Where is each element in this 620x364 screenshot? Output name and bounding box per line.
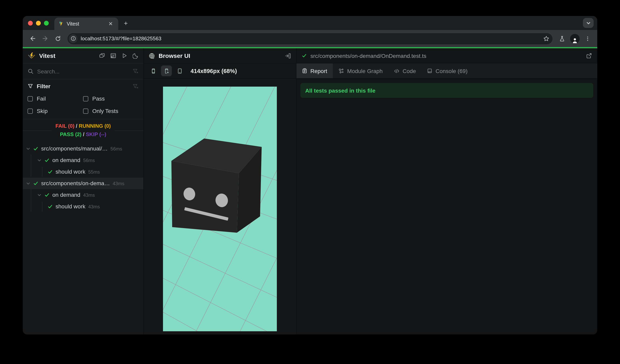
sidebar: Vitest <box>23 48 144 335</box>
fail-count: FAIL (0) <box>56 123 75 129</box>
report-panel: src/components/on-demand/OnDemand.test.t… <box>296 48 597 335</box>
traffic-lights <box>23 16 54 30</box>
new-tab-button[interactable]: + <box>121 18 131 29</box>
tree-row-test[interactable]: should work 55ms <box>23 166 143 177</box>
tab-console[interactable]: Console (69) <box>421 63 473 78</box>
filter-title: Filter <box>37 83 50 89</box>
running-count: RUNNING (0) <box>79 123 111 129</box>
summary-line-1: FAIL (0) / RUNNING (0) <box>56 122 111 131</box>
filter-clear-icon[interactable] <box>133 83 139 89</box>
vitest-ui: Vitest <box>23 48 597 335</box>
avatar[interactable] <box>570 34 580 43</box>
test-name: should work <box>56 168 85 175</box>
check-icon <box>47 169 53 174</box>
test-duration: 43ms <box>88 203 100 210</box>
test-suite-name: on demand <box>52 191 80 198</box>
dock-right-icon[interactable] <box>285 53 291 59</box>
test-file-name: src/components/on-dema… <box>41 180 110 186</box>
checkbox <box>28 96 33 101</box>
minimize-window-button[interactable] <box>36 21 41 25</box>
url-text[interactable]: localhost:5173/#/?file=1828625563 <box>81 36 541 42</box>
check-icon <box>33 146 38 151</box>
close-window-button[interactable] <box>28 21 33 25</box>
checkbox <box>83 96 88 101</box>
chevron-down-icon[interactable] <box>26 181 30 185</box>
tab-report[interactable]: Report <box>296 63 333 78</box>
file-path: src/components/on-demand/OnDemand.test.t… <box>310 53 582 59</box>
tree-row-file-selected[interactable]: src/components/on-dema… 43ms <box>23 177 143 189</box>
chevron-down-icon[interactable] <box>26 146 30 151</box>
test-summary: FAIL (0) / RUNNING (0) PASS (2) / SKIP (… <box>23 119 143 142</box>
test-duration: 43ms <box>83 191 95 198</box>
tab-module-graph[interactable]: Module Graph <box>333 63 388 78</box>
all-tests-passed-banner: All tests passed in this file <box>300 83 593 98</box>
tree-row-file[interactable]: src/components/manual/… 56ms <box>23 143 143 154</box>
external-link-icon[interactable] <box>586 53 592 59</box>
close-tab-icon[interactable]: ✕ <box>107 20 114 27</box>
search-row <box>23 63 143 79</box>
test-file-name: src/components/manual/… <box>41 145 108 152</box>
address-bar[interactable]: localhost:5173/#/?file=1828625563 <box>67 33 553 44</box>
test-suite-name: on demand <box>52 157 80 163</box>
device-viewport[interactable] <box>163 87 277 331</box>
check-icon <box>44 158 49 163</box>
menu-dots-icon[interactable] <box>582 33 593 44</box>
back-icon[interactable] <box>27 33 38 44</box>
search-icon <box>28 68 33 74</box>
filter-icon <box>28 83 33 89</box>
tree-row-test[interactable]: should work 43ms <box>23 201 143 212</box>
tab-title: Vitest <box>67 21 104 27</box>
console-icon <box>427 68 432 73</box>
favicon-vitest <box>58 21 63 26</box>
phone-icon[interactable] <box>148 65 159 76</box>
zoom-window-button[interactable] <box>44 21 49 25</box>
search-input[interactable] <box>37 68 129 74</box>
tree-row-suite[interactable]: on demand 43ms <box>23 189 143 201</box>
check-icon <box>302 53 307 58</box>
tab-strip: Vitest ✕ + <box>23 16 597 30</box>
forward-icon[interactable] <box>40 33 51 44</box>
tree-row-suite[interactable]: on demand 56ms <box>23 154 143 166</box>
browser-window: Vitest ✕ + localhost:5173/# <box>23 16 597 335</box>
test-tree: src/components/manual/… 56ms on demand 5… <box>23 142 143 335</box>
report-icon <box>302 68 307 73</box>
module-graph-icon <box>338 68 344 74</box>
tab-search-chevron-button[interactable] <box>583 18 594 28</box>
file-header: src/components/on-demand/OnDemand.test.t… <box>296 48 597 63</box>
checkbox-pass[interactable]: Pass <box>83 95 139 102</box>
dashboard-icon[interactable] <box>110 53 116 59</box>
chevron-down-icon[interactable] <box>37 158 42 162</box>
flask-icon[interactable] <box>557 33 568 44</box>
filter-clear-icon[interactable] <box>133 68 139 74</box>
robot-cube-scene <box>163 87 277 331</box>
run-icon[interactable] <box>122 53 127 59</box>
chevron-down-icon[interactable] <box>37 193 42 197</box>
tab-code[interactable]: Code <box>388 63 422 78</box>
report-body: All tests passed in this file <box>296 79 597 335</box>
test-duration: 56ms <box>83 157 95 163</box>
tablet-icon[interactable] <box>174 65 185 76</box>
phone-add-icon[interactable] <box>161 65 172 76</box>
viewport-toolbar: 414x896px (68%) <box>144 63 296 79</box>
checkbox-fail[interactable]: Fail <box>28 95 83 102</box>
checkbox-only-tests[interactable]: Only Tests <box>83 108 139 114</box>
browser-ui-panel: Browser UI 414x896px (68%) <box>144 48 296 335</box>
check-icon <box>47 204 53 209</box>
collapse-panels-icon[interactable] <box>99 53 105 59</box>
report-tabs: Report Module Graph Code <box>296 63 597 79</box>
test-name: should work <box>56 203 85 210</box>
checkbox-skip[interactable]: Skip <box>28 108 83 114</box>
viewport-resolution: 414x896px (68%) <box>191 68 237 74</box>
browser-tab-vitest[interactable]: Vitest ✕ <box>54 17 118 30</box>
check-icon <box>44 192 49 197</box>
moon-icon[interactable] <box>133 53 139 59</box>
code-icon <box>394 68 400 74</box>
info-icon[interactable] <box>69 34 78 43</box>
checkbox <box>83 108 88 114</box>
star-icon[interactable] <box>541 34 551 43</box>
summary-line-2: PASS (2) / SKIP (--) <box>56 131 111 139</box>
reload-icon[interactable] <box>52 33 63 44</box>
skip-count: SKIP (--) <box>86 131 106 137</box>
sidebar-header: Vitest <box>23 48 143 63</box>
filter-section: Filter Fail Pass Skip Only Tests <box>23 79 143 119</box>
